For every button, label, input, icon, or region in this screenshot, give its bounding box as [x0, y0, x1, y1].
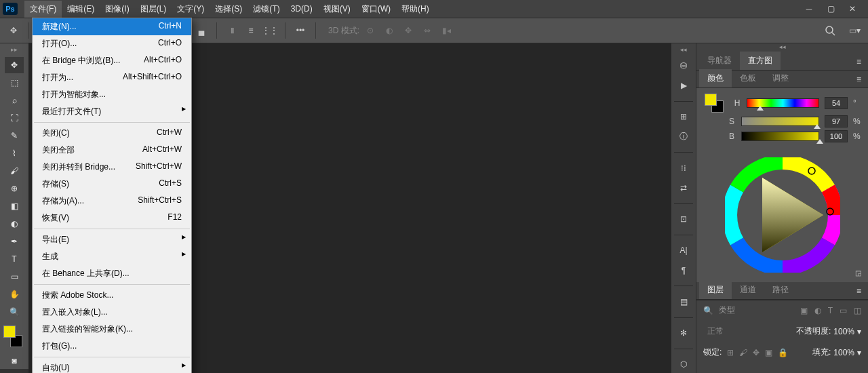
opacity-value[interactable]: 100%: [833, 327, 854, 336]
tab-adjustments[interactable]: 调整: [764, 69, 797, 87]
saturation-slider[interactable]: [741, 117, 819, 126]
quick-mask-tool[interactable]: ◙: [5, 353, 24, 369]
toolbox-collapse-icon[interactable]: ▸▸: [0, 46, 28, 56]
panel-fg-color[interactable]: [705, 94, 717, 106]
workspace-switcher-icon[interactable]: ▭▾: [846, 22, 863, 39]
menu-new[interactable]: 新建(N)...Ctrl+N: [33, 18, 191, 35]
menu-window[interactable]: 窗口(W): [356, 1, 396, 18]
menu-edit[interactable]: 编辑(E): [62, 1, 100, 18]
expand-color-icon[interactable]: ◲: [855, 269, 861, 277]
libraries-panel-icon[interactable]: ▤: [673, 293, 694, 310]
menu-open-smart-object[interactable]: 打开为智能对象...: [33, 86, 191, 103]
lock-artboard-icon[interactable]: ▣: [765, 348, 772, 357]
3d-orbit-icon[interactable]: ⊙: [362, 22, 378, 39]
3d-roll-icon[interactable]: ◐: [381, 22, 397, 39]
properties-panel-icon[interactable]: ⊞: [673, 108, 694, 125]
tab-histogram[interactable]: 直方图: [740, 52, 781, 70]
menu-save-as[interactable]: 存储为(A)...Shift+Ctrl+S: [33, 193, 191, 210]
adjustments-panel-icon[interactable]: ✻: [673, 324, 694, 341]
hue-value[interactable]: 54: [825, 97, 848, 109]
distribute-v-icon[interactable]: ≡: [243, 22, 259, 39]
eraser-tool[interactable]: ◧: [5, 198, 24, 214]
tab-swatches[interactable]: 色板: [732, 69, 764, 87]
glyphs-panel-icon[interactable]: ¶: [673, 262, 694, 279]
3d-camera-icon[interactable]: ▮◂: [438, 22, 454, 39]
move-tool[interactable]: ✥: [5, 57, 24, 73]
menu-3d[interactable]: 3D(D): [285, 1, 318, 16]
menu-generate[interactable]: 生成: [33, 248, 191, 265]
fill-value[interactable]: 100%: [833, 348, 854, 357]
menu-package[interactable]: 打包(G)...: [33, 338, 191, 355]
menu-layer[interactable]: 图层(L): [135, 1, 172, 18]
gradient-tool[interactable]: ◐: [5, 216, 24, 232]
fill-dropdown-icon[interactable]: ▾: [857, 348, 861, 357]
layer-filter-dropdown[interactable]: 类型: [719, 305, 770, 316]
marquee-tool[interactable]: ⬚: [5, 75, 24, 91]
hand-tool[interactable]: ✋: [5, 286, 24, 302]
menu-open[interactable]: 打开(O)...Ctrl+O: [33, 35, 191, 52]
actions-panel-icon[interactable]: ▶: [673, 77, 694, 94]
color-wheel[interactable]: ◲: [696, 151, 868, 282]
healing-brush-tool[interactable]: ⌇: [5, 145, 24, 161]
minimize-button[interactable]: ─: [804, 4, 814, 14]
align-bottom-icon[interactable]: ▄: [193, 22, 210, 39]
menu-close-all[interactable]: 关闭全部Alt+Ctrl+W: [33, 142, 191, 159]
zoom-tool[interactable]: 🔍: [5, 304, 24, 320]
filter-type-icon[interactable]: T: [828, 306, 833, 315]
hue-slider[interactable]: [747, 98, 819, 108]
menu-filter[interactable]: 滤镜(T): [248, 1, 285, 18]
lock-transparency-icon[interactable]: ⊞: [727, 348, 734, 357]
more-options-icon[interactable]: •••: [292, 22, 309, 39]
lock-position-icon[interactable]: ✥: [753, 348, 760, 357]
menu-select[interactable]: 选择(S): [210, 1, 248, 18]
brightness-slider[interactable]: [741, 132, 819, 141]
pen-tool[interactable]: ✒: [5, 233, 24, 250]
dock-expand-icon[interactable]: ◂◂: [671, 46, 696, 54]
brush-settings-icon[interactable]: ⁝⁞: [673, 159, 694, 176]
menu-open-as[interactable]: 打开为...Alt+Shift+Ctrl+O: [33, 69, 191, 86]
3d-pan-icon[interactable]: ✥: [400, 22, 416, 39]
eyedropper-tool[interactable]: ✎: [5, 127, 24, 144]
lock-all-icon[interactable]: 🔒: [778, 348, 788, 357]
menu-browse-bridge[interactable]: 在 Bridge 中浏览(B)...Alt+Ctrl+O: [33, 52, 191, 69]
blend-mode-dropdown[interactable]: 正常: [703, 324, 728, 338]
tab-color[interactable]: 颜色: [699, 69, 732, 87]
brush-tool[interactable]: 🖌: [5, 163, 24, 179]
menu-type[interactable]: 文字(Y): [172, 1, 210, 18]
tab-paths[interactable]: 路径: [764, 281, 797, 299]
type-tool[interactable]: T: [5, 251, 24, 267]
menu-save[interactable]: 存储(S)Ctrl+S: [33, 176, 191, 193]
nav-panel-menu-icon[interactable]: ≡: [850, 54, 868, 70]
color-panel-menu-icon[interactable]: ≡: [850, 71, 868, 87]
filter-adjustment-icon[interactable]: ◐: [814, 306, 821, 315]
lock-paint-icon[interactable]: 🖌: [739, 348, 747, 357]
tab-channels[interactable]: 通道: [732, 281, 764, 299]
menu-share-behance[interactable]: 在 Behance 上共享(D)...: [33, 265, 191, 282]
menu-close-bridge[interactable]: 关闭并转到 Bridge...Shift+Ctrl+W: [33, 159, 191, 176]
filter-smart-icon[interactable]: ◫: [854, 306, 861, 315]
paragraph-panel-icon[interactable]: A|: [673, 242, 694, 259]
rectangle-tool[interactable]: ▭: [5, 269, 24, 285]
close-button[interactable]: ✕: [848, 4, 857, 14]
maximize-button[interactable]: ▢: [826, 4, 835, 14]
brightness-value[interactable]: 100: [825, 130, 848, 142]
menu-search-stock[interactable]: 搜索 Adobe Stock...: [33, 287, 191, 304]
filter-shape-icon[interactable]: ▭: [840, 306, 847, 315]
foreground-color[interactable]: [3, 326, 16, 338]
crop-tool[interactable]: ⛶: [5, 110, 24, 126]
menu-automate[interactable]: 自动(U): [33, 359, 191, 373]
clone-stamp-tool[interactable]: ⊕: [5, 180, 24, 197]
layer-search-icon[interactable]: 🔍: [703, 306, 713, 315]
info-panel-icon[interactable]: ⓘ: [673, 128, 694, 145]
menu-recent-files[interactable]: 最近打开文件(T): [33, 103, 191, 120]
color-swatches[interactable]: [3, 326, 25, 347]
character-panel-icon[interactable]: ⊡: [673, 211, 694, 228]
move-tool-icon[interactable]: ✥: [5, 22, 22, 39]
lasso-tool[interactable]: ⌕: [5, 92, 24, 109]
tab-navigator[interactable]: 导航器: [699, 52, 740, 70]
distribute-h-icon[interactable]: ⫴: [224, 22, 240, 39]
tab-layers[interactable]: 图层: [699, 281, 732, 299]
layers-panel-menu-icon[interactable]: ≡: [850, 283, 868, 299]
opacity-dropdown-icon[interactable]: ▾: [857, 327, 861, 336]
saturation-value[interactable]: 97: [825, 115, 848, 127]
